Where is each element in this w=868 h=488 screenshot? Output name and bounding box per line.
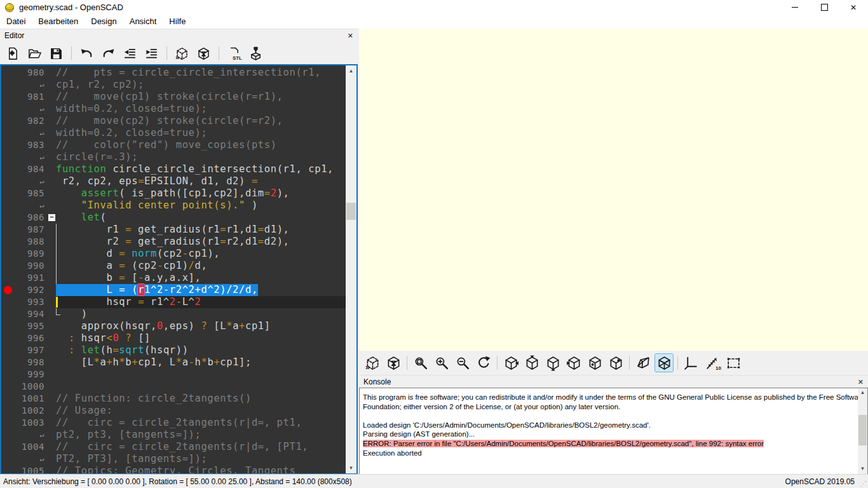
marker-margin[interactable]: [1, 103, 14, 115]
toolbar-button-render[interactable]: [196, 46, 212, 62]
toolbar-button-undo[interactable]: [79, 46, 95, 62]
toolbar-button-export-stl[interactable]: STL: [226, 46, 242, 62]
fold-margin[interactable]: [47, 453, 56, 465]
marker-margin[interactable]: [1, 272, 14, 284]
code-row[interactable]: 980// pts = circle_circle_intersection(r…: [1, 67, 346, 79]
fold-margin[interactable]: [47, 200, 56, 212]
toolbar-button-print-3d[interactable]: [248, 46, 264, 62]
fold-margin[interactable]: [47, 224, 56, 236]
code-row[interactable]: 985 assert( is_path([cp1,cp2],dim=2),: [1, 187, 346, 200]
fold-margin[interactable]: [47, 260, 56, 272]
code-row[interactable]: 983// color("red") move_copies(pts): [1, 139, 346, 151]
menu-hilfe[interactable]: Hilfe: [163, 15, 192, 28]
menu-design[interactable]: Design: [85, 15, 123, 28]
toolbar-button-view-bottom[interactable]: [544, 354, 562, 372]
code-row[interactable]: ↵ "Invalid center point(s)." ): [1, 200, 346, 212]
fold-margin[interactable]: [47, 151, 56, 163]
marker-margin[interactable]: [1, 405, 14, 417]
code-row[interactable]: 1000: [1, 381, 346, 393]
marker-margin[interactable]: [1, 187, 14, 200]
marker-margin[interactable]: [1, 115, 14, 127]
fold-margin[interactable]: [47, 465, 56, 473]
code-row[interactable]: 1001// Function: circle_2tangents(): [1, 393, 346, 405]
code-row[interactable]: ↵ r2, cp2, eps=EPSILON, d1, d2) =: [1, 175, 346, 187]
fold-margin[interactable]: [47, 163, 56, 175]
marker-margin[interactable]: [1, 236, 14, 248]
marker-margin[interactable]: [1, 67, 14, 79]
fold-collapse-icon[interactable]: −: [48, 214, 55, 221]
editor-scrollbar[interactable]: ▲ ▼: [346, 65, 356, 473]
fold-margin[interactable]: [47, 429, 56, 441]
toolbar-button-perspective[interactable]: [634, 354, 652, 372]
editor-panel-close-icon[interactable]: ✕: [348, 32, 353, 39]
menu-datei[interactable]: Datei: [0, 15, 32, 28]
code-row[interactable]: 1005// Topics: Geometry, Circles, Tangen…: [1, 465, 346, 473]
fold-margin[interactable]: [47, 344, 56, 356]
marker-margin[interactable]: [1, 151, 14, 163]
code-row[interactable]: 990 a = (cp2-cp1)/d,: [1, 260, 346, 272]
marker-margin[interactable]: [1, 320, 14, 332]
fold-margin[interactable]: [47, 320, 56, 332]
marker-margin[interactable]: [1, 356, 14, 369]
fold-margin[interactable]: [47, 103, 56, 115]
code-row[interactable]: 1002// Usage:: [1, 405, 346, 417]
close-button[interactable]: ✕: [839, 0, 868, 15]
fold-margin[interactable]: [47, 393, 56, 405]
toolbar-button-indent[interactable]: [144, 46, 159, 62]
code-row[interactable]: 994 ): [1, 308, 346, 320]
code-row[interactable]: 981// move(cp1) stroke(circle(r=r1),: [1, 91, 346, 103]
toolbar-button-save[interactable]: [48, 46, 64, 62]
toolbar-button-zoom-in[interactable]: [433, 354, 451, 372]
fold-margin[interactable]: [47, 115, 56, 127]
marker-margin[interactable]: [1, 163, 14, 175]
marker-margin[interactable]: [1, 296, 14, 308]
code-row[interactable]: 993 hsqr = r1^2-L^2: [1, 296, 346, 308]
toolbar-button-redo[interactable]: [100, 46, 116, 62]
code-row[interactable]: ↵PT2, PT3], [tangents=]);: [1, 453, 346, 465]
toolbar-button-zoom-all[interactable]: [412, 354, 430, 372]
fold-margin[interactable]: [47, 381, 56, 393]
marker-margin[interactable]: [1, 175, 14, 187]
toolbar-button-view-right[interactable]: [502, 354, 520, 372]
marker-margin[interactable]: [1, 200, 14, 212]
menu-bearbeiten[interactable]: Bearbeiten: [32, 15, 85, 28]
resize-grip[interactable]: ⋰: [860, 480, 867, 487]
marker-margin[interactable]: [1, 260, 14, 272]
marker-margin[interactable]: [1, 284, 14, 296]
marker-margin[interactable]: [1, 127, 14, 139]
fold-margin[interactable]: [47, 127, 56, 139]
toolbar-button-scale-markers[interactable]: 10: [703, 354, 721, 372]
code-row[interactable]: 998 [L*a+h*b+cp1, L*a-h*b+cp1];: [1, 356, 346, 369]
code-row[interactable]: 987 r1 = get_radius(r1=r1,d1=d1),: [1, 224, 346, 236]
fold-margin[interactable]: [47, 248, 56, 260]
fold-margin[interactable]: [47, 67, 56, 79]
code-row[interactable]: ↵circle(r=.3);: [1, 151, 346, 163]
console-scroll-down-icon[interactable]: ▼: [858, 464, 867, 474]
marker-margin[interactable]: [1, 369, 14, 381]
code-row[interactable]: ↵cp1, r2, cp2);: [1, 79, 346, 91]
fold-margin[interactable]: [47, 405, 56, 417]
toolbar-button-zoom-out[interactable]: [454, 354, 471, 372]
fold-margin[interactable]: −: [47, 212, 56, 224]
fold-margin[interactable]: [47, 79, 56, 91]
marker-margin[interactable]: [1, 224, 14, 236]
fold-margin[interactable]: [47, 296, 56, 308]
code-row[interactable]: 1003// circ = circle_2tangents(r|d=, pt1…: [1, 417, 346, 429]
fold-margin[interactable]: [47, 356, 56, 369]
console-scroll-up-icon[interactable]: ▲: [858, 388, 867, 398]
marker-margin[interactable]: [1, 308, 14, 320]
code-rows[interactable]: 980// pts = circle_circle_intersection(r…: [1, 65, 346, 473]
marker-margin[interactable]: [1, 417, 14, 429]
code-row[interactable]: ↵pt2, pt3, [tangents=]);: [1, 429, 346, 441]
toolbar-button-view-front[interactable]: [586, 354, 604, 372]
fold-margin[interactable]: [47, 91, 56, 103]
toolbar-button-view-all[interactable]: [724, 354, 742, 372]
editor-scrollbar-thumb[interactable]: [346, 203, 356, 220]
minimize-button[interactable]: [780, 0, 810, 15]
fold-margin[interactable]: [47, 308, 56, 320]
code-row[interactable]: 984function circle_circle_intersection(r…: [1, 163, 346, 175]
marker-margin[interactable]: [1, 465, 14, 473]
fold-margin[interactable]: [47, 332, 56, 344]
marker-margin[interactable]: [1, 79, 14, 91]
maximize-button[interactable]: [810, 0, 839, 15]
